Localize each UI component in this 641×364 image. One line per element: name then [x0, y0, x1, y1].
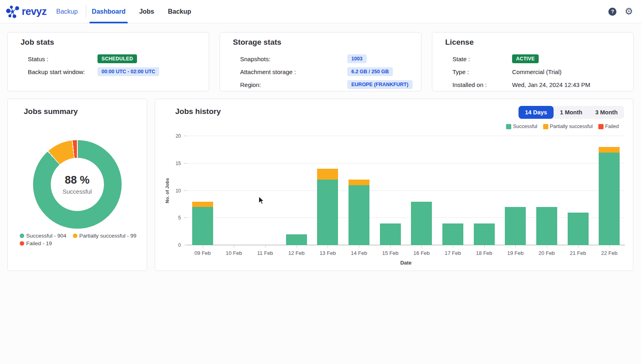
y-axis-title-wrap: No. of Jobs [164, 136, 170, 245]
license-installed-row: Installed on : Wed, Jan 24, 2024 12:43 P… [445, 78, 633, 91]
job-stats-title: Job stats [21, 38, 209, 47]
brand-name: revyz [22, 6, 46, 17]
range-button-1-month[interactable]: 1 Month [554, 106, 589, 119]
region-label: Region: [240, 81, 347, 88]
bar-16-feb[interactable]: 16 Feb [406, 136, 437, 245]
bar-stack [380, 223, 401, 245]
license-state-label: State : [452, 56, 512, 62]
bar-14-feb[interactable]: 14 Feb [343, 136, 375, 245]
license-title: License [445, 38, 633, 47]
jobs-summary-card: Jobs summary 88 % Successful Successful … [7, 99, 147, 271]
bar-segment-successful [474, 223, 495, 245]
x-tick-label-15-feb: 15 Feb [382, 250, 398, 256]
x-tick-label-12-feb: 12 Feb [288, 250, 304, 256]
gear-icon[interactable]: ⚙ [624, 7, 633, 16]
bar-segment-successful [380, 223, 401, 245]
nav-link-backup[interactable]: Backup [56, 8, 77, 15]
bar-segment-successful [599, 153, 620, 245]
backup-window-row: Backup start window: 00:00 UTC - 02:00 U… [21, 65, 209, 78]
nav-divider [86, 6, 86, 18]
history-legend-successful[interactable]: Successful [506, 124, 537, 129]
snapshots-label: Snapshots: [240, 56, 347, 62]
license-state-row: State : ACTIVE [445, 52, 633, 65]
bar-11-feb[interactable]: 11 Feb [249, 136, 281, 245]
bar-12-feb[interactable]: 12 Feb [281, 136, 312, 245]
partial-dot-icon [73, 234, 77, 238]
bar-stack [317, 169, 338, 245]
legend-item-successful[interactable]: Successful - 904 [20, 233, 66, 239]
x-tick-label-09-feb: 09 Feb [195, 250, 211, 256]
history-legend-failed[interactable]: Failed [598, 124, 619, 129]
bar-segment-successful [317, 180, 338, 245]
license-installed-value: Wed, Jan 24, 2024 12:43 PM [512, 81, 590, 88]
main-nav: Dashboard Jobs Backup [92, 0, 191, 23]
x-tick-label-17-feb: 17 Feb [445, 250, 461, 256]
help-icon[interactable]: ? [608, 8, 616, 16]
bar-chart-plot: 09 Feb10 Feb11 Feb12 Feb13 Feb14 Feb15 F… [187, 136, 625, 245]
legend-label: Successful - 904 [26, 233, 66, 239]
license-type-value: Commercial (Trial) [512, 68, 562, 75]
bar-segment-successful [568, 213, 589, 245]
bar-stack [286, 234, 307, 245]
attachment-storage-badge: 6.2 GB / 250 GB [347, 67, 393, 76]
bar-segment-partially-successful [349, 180, 369, 185]
bar-17-feb[interactable]: 17 Feb [437, 136, 469, 245]
bar-stack [411, 202, 432, 245]
bar-segment-partially-successful [192, 202, 213, 207]
jobs-history-legend: Successful Partially successful Failed [506, 124, 619, 129]
bar-09-feb[interactable]: 09 Feb [187, 136, 218, 245]
brand-logo[interactable]: revyz [6, 4, 46, 19]
y-tick-label-20: 20 [176, 133, 181, 139]
x-tick-label-11-feb: 11 Feb [257, 250, 273, 256]
bar-stack [599, 147, 620, 245]
storage-stats-title: Storage stats [233, 38, 421, 47]
tab-backup[interactable]: Backup [168, 0, 191, 23]
range-button-14-days[interactable]: 14 Days [519, 106, 554, 119]
region-row: Region: EUROPE (FRANKFURT) [233, 78, 421, 91]
bar-19-feb[interactable]: 19 Feb [500, 136, 531, 245]
bar-stack [505, 207, 526, 245]
legend-item-partially-successful[interactable]: Partially successful - 99 [73, 233, 137, 239]
bar-stack [536, 207, 557, 245]
tab-dashboard[interactable]: Dashboard [92, 0, 126, 23]
license-installed-label: Installed on : [452, 81, 512, 88]
backup-window-badge: 00:00 UTC - 02:00 UTC [97, 67, 159, 76]
bar-stack [192, 202, 213, 245]
bar-18-feb[interactable]: 18 Feb [469, 136, 500, 245]
attachment-storage-label: Attachment storage : [240, 68, 347, 75]
region-badge: EUROPE (FRANKFURT) [347, 80, 413, 89]
bar-13-feb[interactable]: 13 Feb [312, 136, 344, 245]
bar-21-feb[interactable]: 21 Feb [562, 136, 594, 245]
charts-row: Jobs summary 88 % Successful Successful … [7, 99, 633, 271]
donut-percent-value: 88 % [65, 174, 90, 186]
range-button-3-month[interactable]: 3 Month [589, 106, 624, 119]
tab-jobs[interactable]: Jobs [139, 0, 154, 23]
time-range-toggle: 14 Days 1 Month 3 Month [519, 106, 624, 119]
x-tick-label-13-feb: 13 Feb [319, 250, 336, 256]
successful-dot-icon [20, 234, 24, 238]
partial-swatch-icon [543, 124, 548, 129]
bar-stack [568, 213, 589, 245]
donut-chart[interactable]: 88 % Successful [33, 140, 122, 229]
bar-20-feb[interactable]: 20 Feb [531, 136, 562, 245]
jobs-summary-legend: Successful - 904 Partially successful - … [20, 233, 141, 246]
license-type-label: Type : [452, 68, 512, 75]
jobs-history-title: Jobs history [175, 107, 221, 116]
bar-stack [474, 223, 495, 245]
history-legend-partially-successful[interactable]: Partially successful [543, 124, 593, 129]
license-card: License State : ACTIVE Type : Commercial… [432, 32, 634, 91]
x-tick-label-14-feb: 14 Feb [351, 250, 367, 256]
x-tick-label-20-feb: 20 Feb [539, 250, 555, 256]
legend-item-failed[interactable]: Failed - 19 [20, 240, 52, 246]
bar-segment-partially-successful [317, 169, 338, 180]
bar-stack [442, 223, 463, 245]
bar-segment-successful [505, 207, 526, 245]
status-badge: SCHEDULED [97, 54, 137, 63]
topbar-icons: ? ⚙ [608, 7, 633, 16]
bar-10-feb[interactable]: 10 Feb [218, 136, 250, 245]
jobs-history-card: Jobs history 14 Days 1 Month 3 Month Suc… [155, 99, 633, 271]
bar-22-feb[interactable]: 22 Feb [593, 136, 625, 245]
snapshots-row: Snapshots: 1003 [233, 52, 421, 65]
bar-15-feb[interactable]: 15 Feb [375, 136, 406, 245]
y-tick-label-15: 15 [176, 161, 181, 166]
